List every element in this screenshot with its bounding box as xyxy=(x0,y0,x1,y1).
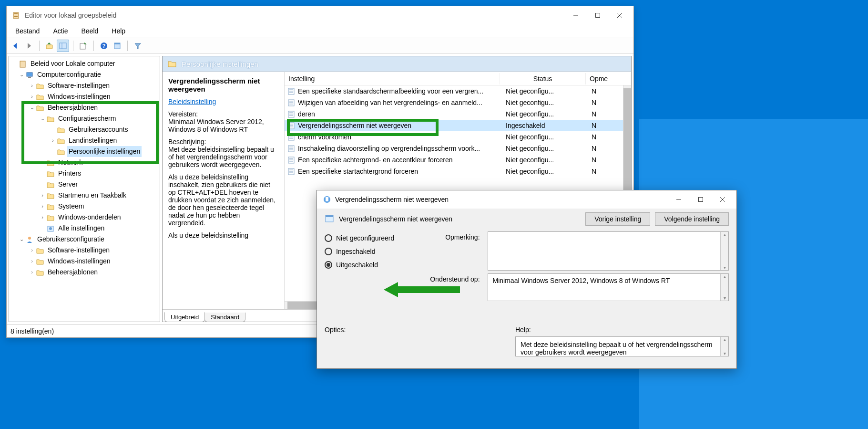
edit-policy-link[interactable]: Beleidsinstelling xyxy=(168,98,216,105)
show-hide-tree-button[interactable] xyxy=(57,40,69,52)
folder-icon xyxy=(46,158,55,167)
tree-personalization[interactable]: Persoonlijke instellingen xyxy=(9,146,160,157)
expand-icon[interactable]: › xyxy=(39,212,46,223)
setting-icon xyxy=(286,156,296,164)
tree-panel[interactable]: Beleid voor Lokale computer ⌄ Computerco… xyxy=(9,56,160,322)
expand-icon[interactable]: › xyxy=(28,80,36,91)
tree-computer-config[interactable]: ⌄ Computerconfiguratie xyxy=(9,69,160,80)
forward-button[interactable] xyxy=(23,40,35,52)
setting-icon xyxy=(286,145,296,152)
tree-server[interactable]: Server xyxy=(9,179,160,190)
tree-admin-templates[interactable]: ⌄ Beheersjablonen xyxy=(9,102,160,113)
list-row[interactable]: Inschakeling diavoorstelling op vergrend… xyxy=(285,143,631,154)
menu-view[interactable]: Beeld xyxy=(76,26,104,36)
req-label: Vereisten: xyxy=(168,110,198,118)
radio-enabled[interactable]: Ingeschakeld xyxy=(325,245,414,258)
tree-all-settings[interactable]: Alle instellingen xyxy=(9,223,160,234)
list-row[interactable]: Een specifieke standaardschermafbeelding… xyxy=(285,85,631,97)
properties-button[interactable] xyxy=(111,40,123,52)
dialog-maximize-button[interactable] xyxy=(690,192,712,207)
menu-help[interactable]: Help xyxy=(106,26,131,36)
toolbar: ? xyxy=(7,38,633,54)
tree-user-software[interactable]: › Software-instellingen xyxy=(9,245,160,256)
col-status[interactable]: Status xyxy=(500,73,586,84)
radio-not-configured[interactable]: Niet geconfigureerd xyxy=(325,231,414,245)
dialog-close-button[interactable] xyxy=(712,192,734,207)
maximize-button[interactable] xyxy=(587,8,609,23)
row-status: Niet geconfigu... xyxy=(502,156,588,164)
row-name: Een specifieke achtergrond- en accentkle… xyxy=(296,156,502,164)
row-status: Niet geconfigu... xyxy=(502,145,588,152)
col-name[interactable]: Instelling xyxy=(285,73,500,84)
comment-textbox[interactable]: ▴▾ xyxy=(488,231,729,271)
help-textbox: Met deze beleidsinstelling bepaalt u of … xyxy=(515,336,729,356)
list-row[interactable]: Een specifieke achtergrond- en accentkle… xyxy=(285,154,631,166)
tree-user-accounts[interactable]: Gebruikersaccounts xyxy=(9,124,160,135)
tree-printers[interactable]: Printers xyxy=(9,168,160,179)
filter-button[interactable] xyxy=(132,40,144,52)
expand-icon[interactable]: ⌄ xyxy=(18,69,25,80)
expand-icon[interactable]: › xyxy=(28,267,36,278)
options-label: Opties: xyxy=(325,326,346,334)
tree-control-panel[interactable]: ⌄ Configuratiescherm xyxy=(9,113,160,124)
col-comment[interactable]: Opme xyxy=(586,73,631,84)
tree-user-config[interactable]: ⌄ Gebruikersconfiguratie xyxy=(9,234,160,245)
supported-label: Ondersteund op: xyxy=(422,275,480,283)
tree-regional[interactable]: › Landinstellingen xyxy=(9,135,160,146)
menu-action[interactable]: Actie xyxy=(47,26,73,36)
setting-icon xyxy=(286,122,296,129)
tree-software-settings[interactable]: › Software-instellingen xyxy=(9,80,160,91)
tree-system[interactable]: › Systeem xyxy=(9,201,160,212)
tree-user-windows[interactable]: › Windows-instellingen xyxy=(9,256,160,267)
export-button[interactable] xyxy=(77,40,90,52)
scrollbar[interactable]: ▴▾ xyxy=(720,337,728,356)
list-header[interactable]: Instelling Status Opme xyxy=(285,72,631,85)
dialog-minimize-button[interactable] xyxy=(668,192,690,207)
tree-network[interactable]: › Netwerk xyxy=(9,157,160,168)
expand-icon[interactable]: ⌄ xyxy=(28,102,36,113)
list-row[interactable]: derenNiet geconfigu...N xyxy=(285,108,631,120)
req-text: Minimaal Windows Server 2012, Windows 8 … xyxy=(168,118,264,133)
scrollbar[interactable]: ▴▾ xyxy=(720,232,728,270)
tree-root[interactable]: Beleid voor Lokale computer xyxy=(9,58,160,69)
list-row[interactable]: cherm voorkomenNiet geconfigu...N xyxy=(285,131,631,143)
expand-icon[interactable]: ⌄ xyxy=(39,113,46,124)
minimize-button[interactable] xyxy=(565,8,587,23)
expand-icon[interactable]: › xyxy=(28,256,36,267)
expand-icon[interactable]: › xyxy=(39,157,46,168)
scrollbar[interactable]: ▴▾ xyxy=(720,274,728,301)
list-row[interactable]: Wijzigen van afbeelding van het vergrend… xyxy=(285,97,631,108)
expand-icon[interactable]: › xyxy=(49,135,57,146)
prev-setting-button[interactable]: Vorige instelling xyxy=(585,212,650,226)
expand-icon[interactable]: › xyxy=(28,245,36,256)
titlebar[interactable]: Editor voor lokaal groepsbeleid xyxy=(7,6,633,24)
setting-icon xyxy=(286,110,296,118)
desc-text1: Met deze beleidsinstelling bepaalt u of … xyxy=(168,146,274,168)
close-button[interactable] xyxy=(609,8,631,23)
back-button[interactable] xyxy=(10,40,22,52)
tab-standard[interactable]: Standaard xyxy=(204,313,245,322)
menu-file[interactable]: Bestand xyxy=(10,26,45,36)
expand-icon[interactable]: › xyxy=(39,190,46,201)
help-button[interactable]: ? xyxy=(98,40,110,52)
list-row[interactable]: Vergrendelingsscherm niet weergevenInges… xyxy=(285,120,631,131)
setting-icon xyxy=(286,133,296,141)
tree-start-taskbar[interactable]: › Startmenu en Taakbalk xyxy=(9,190,160,201)
next-setting-button[interactable]: Volgende instelling xyxy=(655,212,729,226)
svg-rect-61 xyxy=(326,215,333,217)
dialog-titlebar[interactable]: Vergrendelingsscherm niet weergeven xyxy=(317,190,736,209)
radio-disabled[interactable]: Uitgeschakeld xyxy=(325,258,414,272)
svg-rect-2 xyxy=(14,15,18,15)
tree-windows-settings[interactable]: › Windows-instellingen xyxy=(9,91,160,102)
supported-textbox: Minimaal Windows Server 2012, Windows 8 … xyxy=(488,273,729,301)
up-button[interactable] xyxy=(43,40,56,52)
svg-point-20 xyxy=(49,227,52,230)
expand-icon[interactable]: › xyxy=(39,201,46,212)
tree-windows-components[interactable]: › Windows-onderdelen xyxy=(9,212,160,223)
expand-icon[interactable]: ⌄ xyxy=(18,234,25,245)
svg-rect-57 xyxy=(699,198,703,202)
list-row[interactable]: Een specifieke startachtergrond forceren… xyxy=(285,166,631,177)
expand-icon[interactable]: › xyxy=(28,91,36,102)
tab-extended[interactable]: Uitgebreid xyxy=(164,312,205,322)
tree-user-admin[interactable]: › Beheersjablonen xyxy=(9,267,160,278)
